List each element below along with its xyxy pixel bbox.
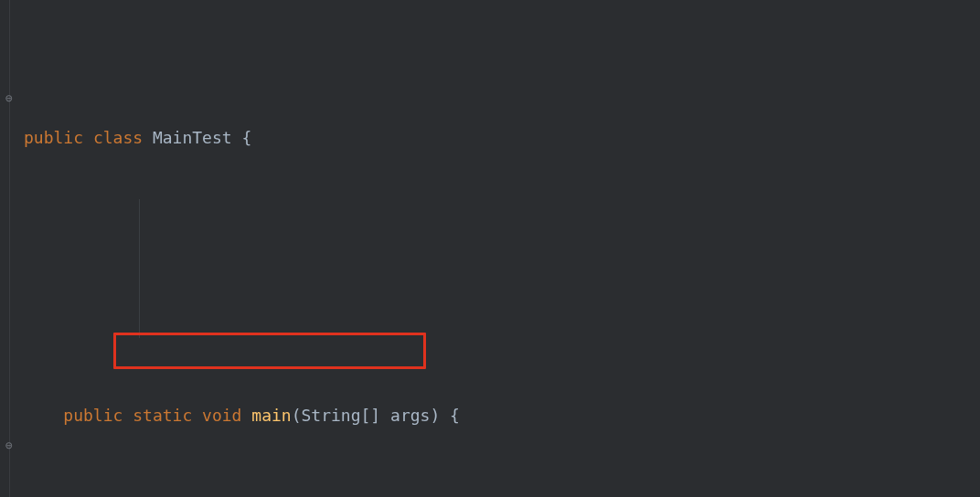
- gutter-divider: [9, 0, 10, 497]
- code-line: [24, 259, 971, 294]
- code-line: public class MainTest {: [24, 121, 971, 155]
- editor-gutter: ⊖ ⊖: [0, 0, 13, 497]
- fold-ellipse-close-icon[interactable]: ⊖: [3, 439, 16, 452]
- code-editor[interactable]: public class MainTest { public static vo…: [24, 16, 971, 497]
- code-line: public static void main(String[] args) {: [24, 398, 971, 433]
- fold-ellipse-icon[interactable]: ⊖: [3, 92, 16, 105]
